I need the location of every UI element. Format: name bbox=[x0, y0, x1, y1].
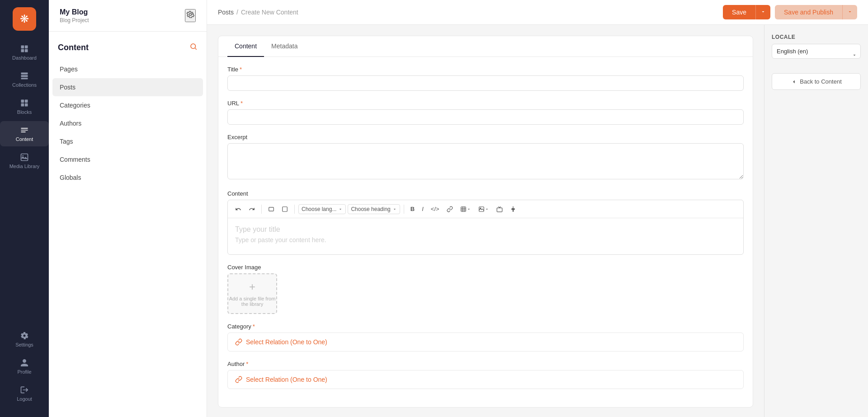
blog-settings-button[interactable] bbox=[185, 9, 196, 22]
svg-rect-5 bbox=[21, 75, 28, 77]
nav-item-tags[interactable]: Tags bbox=[52, 132, 203, 150]
blog-subtitle: Blog Project bbox=[60, 17, 89, 23]
left-panel-title: Content bbox=[58, 43, 89, 52]
author-relation-text: Select Relation (One to One) bbox=[246, 376, 327, 383]
sidebar-item-profile[interactable]: Profile bbox=[15, 354, 33, 379]
breadcrumb-parent[interactable]: Posts bbox=[218, 9, 234, 16]
cover-image-label: Cover Image bbox=[227, 264, 744, 271]
cover-image-upload[interactable]: + Add a single file from the library bbox=[227, 273, 277, 314]
svg-rect-6 bbox=[21, 78, 28, 79]
left-panel-header: Content bbox=[49, 32, 207, 60]
save-publish-dropdown-button[interactable] bbox=[842, 5, 857, 19]
toolbar-divider-2 bbox=[294, 205, 295, 214]
link-icon bbox=[447, 206, 453, 212]
link-button[interactable] bbox=[444, 204, 456, 214]
link-icon bbox=[235, 376, 242, 383]
blocks-icon bbox=[20, 98, 29, 108]
sidebar: ❋ Dashboard Collections Blocks Content M… bbox=[0, 0, 49, 417]
svg-rect-14 bbox=[269, 207, 274, 211]
form-area: Content Metadata Title* URL* bbox=[207, 25, 764, 417]
bold-button[interactable]: B bbox=[408, 204, 417, 214]
table-button[interactable] bbox=[458, 204, 474, 214]
chevron-down-icon bbox=[392, 207, 397, 211]
title-label: Title* bbox=[227, 66, 744, 73]
save-dropdown-button[interactable] bbox=[755, 5, 770, 19]
tab-content[interactable]: Content bbox=[227, 36, 264, 57]
toolbar-divider bbox=[261, 205, 262, 214]
accessibility-button[interactable] bbox=[507, 204, 519, 214]
sidebar-item-settings[interactable]: Settings bbox=[15, 327, 33, 352]
table-insert-button[interactable] bbox=[279, 204, 291, 214]
source-button[interactable] bbox=[265, 204, 277, 214]
svg-rect-2 bbox=[21, 49, 24, 52]
save-button[interactable]: Save bbox=[723, 5, 755, 19]
table-icon bbox=[460, 206, 467, 212]
settings-icon bbox=[20, 331, 29, 340]
media-button[interactable] bbox=[494, 204, 505, 214]
svg-rect-8 bbox=[25, 100, 28, 103]
chevron-down-icon bbox=[467, 207, 471, 211]
tab-metadata[interactable]: Metadata bbox=[264, 36, 305, 57]
breadcrumb: Posts / Create New Content bbox=[218, 9, 298, 16]
insert-icon bbox=[282, 206, 288, 212]
heading-select[interactable]: Choose heading bbox=[348, 204, 400, 214]
title-input[interactable] bbox=[227, 75, 744, 91]
content-nav-menu: Pages Posts Categories Authors Tags Comm… bbox=[49, 60, 207, 187]
content-field-group: Content bbox=[227, 190, 744, 255]
sidebar-item-label: Media Library bbox=[9, 164, 40, 169]
save-publish-button[interactable]: Save and Publish bbox=[775, 5, 842, 19]
save-button-group: Save bbox=[723, 5, 770, 19]
chevron-left-icon bbox=[791, 79, 797, 85]
svg-rect-1 bbox=[25, 46, 28, 49]
undo-button[interactable] bbox=[232, 204, 244, 214]
url-field-group: URL* bbox=[227, 100, 744, 125]
logout-icon bbox=[20, 385, 29, 394]
language-select[interactable]: Choose lang... bbox=[298, 204, 346, 214]
nav-item-globals[interactable]: Globals bbox=[52, 169, 203, 187]
dashboard-icon bbox=[20, 44, 29, 53]
plus-icon: + bbox=[249, 281, 255, 293]
breadcrumb-current: Create New Content bbox=[241, 9, 298, 16]
nav-item-pages[interactable]: Pages bbox=[52, 60, 203, 78]
author-relation-field[interactable]: Select Relation (One to One) bbox=[227, 370, 744, 389]
sidebar-item-content[interactable]: Content bbox=[0, 121, 49, 146]
editor-body-placeholder: Type or paste your content here. bbox=[235, 236, 736, 244]
source-icon bbox=[268, 206, 274, 212]
excerpt-input[interactable] bbox=[227, 143, 744, 179]
chevron-down-icon bbox=[485, 207, 489, 211]
sidebar-item-label: Logout bbox=[17, 396, 32, 402]
sidebar-item-dashboard[interactable]: Dashboard bbox=[0, 40, 49, 65]
back-to-content-button[interactable]: Back to Content bbox=[772, 73, 861, 90]
svg-rect-4 bbox=[21, 73, 28, 75]
redo-button[interactable] bbox=[246, 204, 258, 214]
nav-item-posts[interactable]: Posts bbox=[52, 78, 203, 96]
excerpt-label: Excerpt bbox=[227, 134, 744, 141]
nav-item-categories[interactable]: Categories bbox=[52, 96, 203, 114]
locale-label: Locale bbox=[772, 34, 861, 40]
title-field-group: Title* bbox=[227, 66, 744, 91]
image-button[interactable] bbox=[476, 204, 492, 214]
sidebar-item-media-library[interactable]: Media Library bbox=[0, 148, 49, 173]
code-button[interactable]: </> bbox=[428, 204, 442, 214]
search-button[interactable] bbox=[189, 42, 198, 53]
svg-rect-10 bbox=[25, 103, 28, 107]
editor-content-area[interactable]: Type your title Type or paste your conte… bbox=[228, 218, 743, 254]
sidebar-item-collections[interactable]: Collections bbox=[0, 67, 49, 92]
form-card: Content Metadata Title* URL* bbox=[218, 36, 753, 408]
undo-icon bbox=[235, 206, 241, 212]
sidebar-item-blocks[interactable]: Blocks bbox=[0, 94, 49, 119]
sidebar-item-label: Dashboard bbox=[12, 55, 37, 61]
category-relation-field[interactable]: Select Relation (One to One) bbox=[227, 333, 744, 351]
locale-select[interactable]: English (en) French (fr) Spanish (es) bbox=[772, 44, 861, 59]
svg-rect-7 bbox=[21, 100, 24, 103]
toolbar-divider-3 bbox=[404, 205, 404, 214]
cover-image-field-group: Cover Image + Add a single file from the… bbox=[227, 264, 744, 314]
nav-item-authors[interactable]: Authors bbox=[52, 114, 203, 132]
sidebar-item-logout[interactable]: Logout bbox=[15, 381, 33, 406]
italic-button[interactable]: I bbox=[419, 204, 426, 214]
nav-item-comments[interactable]: Comments bbox=[52, 150, 203, 169]
svg-rect-15 bbox=[283, 206, 288, 211]
redo-icon bbox=[249, 206, 255, 212]
url-input[interactable] bbox=[227, 109, 744, 125]
breadcrumb-actions: Save Save and Publish bbox=[723, 5, 857, 19]
